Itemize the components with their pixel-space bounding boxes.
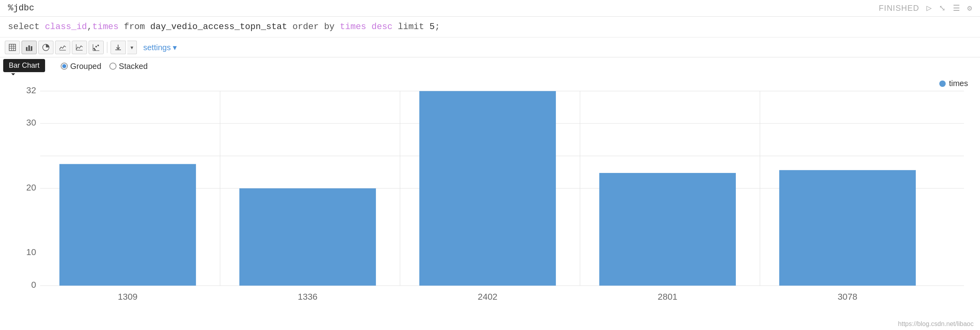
legend-dot xyxy=(939,81,946,87)
download-icon xyxy=(115,44,121,51)
bar-chart-button[interactable] xyxy=(22,41,37,54)
area-chart-button[interactable] xyxy=(55,41,70,54)
svg-text:2801: 2801 xyxy=(658,292,677,302)
toolbar: ▾ settings ▾ xyxy=(0,37,980,57)
svg-point-14 xyxy=(95,46,97,47)
table-icon xyxy=(9,44,16,51)
line-chart-button[interactable] xyxy=(72,41,87,54)
svg-text:30: 30 xyxy=(26,118,36,128)
bar-1309[interactable] xyxy=(59,164,196,286)
download-button[interactable] xyxy=(111,41,126,54)
pie-chart-button[interactable] xyxy=(38,41,53,54)
line-chart-icon xyxy=(76,44,83,51)
bar-chart-tooltip: Bar Chart xyxy=(3,59,45,72)
sql-order: order by xyxy=(287,22,340,32)
svg-text:0: 0 xyxy=(31,280,36,290)
sql-semicolon: ; xyxy=(435,22,440,32)
pie-chart-icon xyxy=(42,44,49,51)
svg-text:3078: 3078 xyxy=(838,292,857,302)
jdbc-label: %jdbc xyxy=(8,3,34,13)
bar-3078[interactable] xyxy=(779,170,916,286)
svg-text:2402: 2402 xyxy=(478,292,497,302)
top-bar: %jdbc FINISHED ▷ ⤡ ☰ ⚙ xyxy=(0,0,980,17)
table-view-button[interactable] xyxy=(5,41,20,54)
sql-limit-num: 5 xyxy=(429,22,435,32)
svg-rect-6 xyxy=(28,45,30,51)
resize-icon[interactable]: ⤡ xyxy=(939,3,946,13)
grouped-label: Grouped xyxy=(70,62,101,71)
bar-1336[interactable] xyxy=(239,189,376,286)
chart-area: times 32 30 20 10 0 1309 1336 240 xyxy=(0,75,980,318)
top-bar-right: FINISHED ▷ ⤡ ☰ ⚙ xyxy=(879,3,972,14)
sql-desc: desc xyxy=(366,22,398,32)
toolbar-separator xyxy=(107,42,107,53)
stacked-radio[interactable]: Stacked xyxy=(109,62,148,71)
svg-rect-5 xyxy=(26,47,28,51)
stacked-label: Stacked xyxy=(119,62,148,71)
sql-order-col: times xyxy=(340,22,366,32)
book-icon[interactable]: ☰ xyxy=(953,3,960,13)
bar-2801[interactable] xyxy=(599,173,736,286)
svg-text:1309: 1309 xyxy=(118,292,137,302)
scatter-chart-button[interactable] xyxy=(89,41,104,54)
chart-legend: times xyxy=(939,79,968,88)
sql-comma: , xyxy=(87,22,92,32)
chart-type-row: Bar Chart Grouped Stacked xyxy=(0,57,980,75)
settings-label: settings ▾ xyxy=(143,43,177,52)
legend-label: times xyxy=(949,79,968,88)
svg-text:20: 20 xyxy=(26,183,36,192)
sql-col1: class_id xyxy=(45,22,87,32)
svg-rect-7 xyxy=(31,46,32,51)
grouped-radio-circle xyxy=(61,63,68,70)
area-chart-icon xyxy=(59,44,66,51)
status-label: FINISHED xyxy=(879,4,919,13)
svg-text:10: 10 xyxy=(26,247,36,257)
bar-2402[interactable] xyxy=(419,91,556,286)
sql-col2: times xyxy=(92,22,119,32)
footer-url: https://blog.csdn.net/libaoc xyxy=(898,320,974,328)
gear-icon[interactable]: ⚙ xyxy=(967,3,972,13)
svg-text:32: 32 xyxy=(26,85,36,95)
bar-chart-icon xyxy=(26,44,33,51)
sql-line: select class_id , times from day_vedio_a… xyxy=(0,17,980,37)
stacked-radio-circle xyxy=(109,63,117,70)
sql-from: from xyxy=(119,22,150,32)
sql-limit: limit xyxy=(398,22,429,32)
download-dropdown-button[interactable]: ▾ xyxy=(127,41,137,54)
svg-rect-0 xyxy=(9,44,16,51)
svg-text:1336: 1336 xyxy=(298,292,317,302)
scatter-chart-icon xyxy=(93,44,100,51)
settings-button[interactable]: settings ▾ xyxy=(138,41,182,54)
sql-table: day_vedio_access_topn_stat xyxy=(150,22,287,32)
sql-select: select xyxy=(8,22,45,32)
bar-chart-svg: 32 30 20 10 0 1309 1336 2402 2801 3078 xyxy=(8,79,972,318)
grouped-radio[interactable]: Grouped xyxy=(61,62,101,71)
svg-point-15 xyxy=(97,45,99,46)
play-icon[interactable]: ▷ xyxy=(927,3,932,14)
